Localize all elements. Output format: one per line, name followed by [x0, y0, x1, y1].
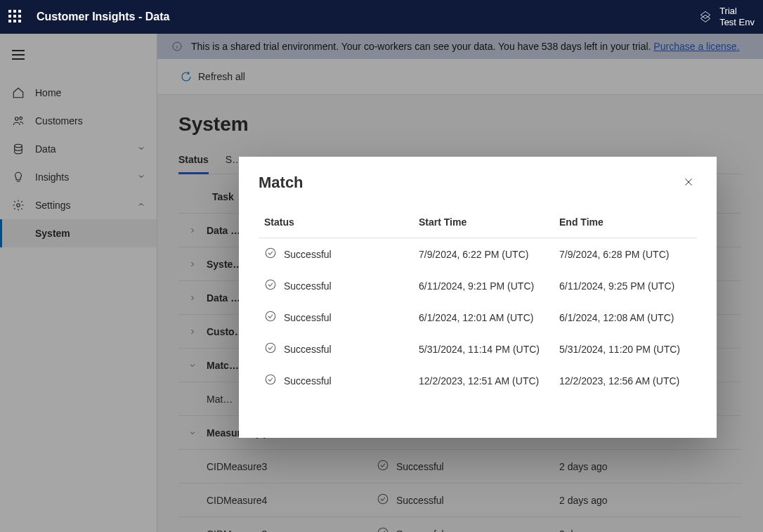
history-end: 12/2/2023, 12:56 AM (UTC) — [559, 375, 700, 387]
history-end: 6/11/2024, 9:25 PM (UTC) — [559, 280, 700, 292]
svg-point-16 — [266, 343, 275, 353]
modal-col-start: Start Time — [419, 216, 559, 228]
history-start: 12/2/2023, 12:51 AM (UTC) — [419, 375, 559, 387]
history-row: Successful7/9/2024, 6:22 PM (UTC)7/9/202… — [259, 238, 697, 270]
history-end: 6/1/2024, 12:08 AM (UTC) — [559, 312, 700, 323]
svg-point-15 — [266, 311, 275, 321]
success-icon — [264, 342, 277, 356]
history-row: Successful5/31/2024, 11:14 PM (UTC)5/31/… — [259, 333, 697, 365]
success-icon — [264, 310, 277, 325]
environment-picker[interactable]: Trial Test Env — [698, 6, 755, 27]
history-status: Successful — [264, 373, 419, 388]
history-start: 6/1/2024, 12:01 AM (UTC) — [419, 312, 559, 323]
history-start: 6/11/2024, 9:21 PM (UTC) — [419, 280, 559, 292]
history-row: Successful12/2/2023, 12:51 AM (UTC)12/2/… — [259, 365, 697, 396]
svg-point-17 — [266, 375, 275, 384]
modal-col-end: End Time — [559, 216, 700, 228]
environment-icon — [698, 9, 712, 25]
modal-grid-header: Status Start Time End Time — [259, 193, 697, 238]
history-status: Successful — [264, 310, 419, 325]
success-icon — [264, 247, 277, 261]
modal-title: Match — [259, 174, 680, 192]
success-icon — [264, 373, 277, 388]
product-title: Customer Insights - Data — [37, 11, 169, 23]
history-start: 7/9/2024, 6:22 PM (UTC) — [419, 249, 559, 260]
history-end: 7/9/2024, 6:28 PM (UTC) — [559, 249, 700, 260]
history-start: 5/31/2024, 11:14 PM (UTC) — [419, 344, 559, 355]
modal-col-status: Status — [264, 216, 419, 228]
history-status: Successful — [264, 247, 419, 261]
svg-point-14 — [266, 280, 275, 290]
history-status: Successful — [264, 278, 419, 293]
top-nav: Customer Insights - Data Trial Test Env — [0, 0, 763, 34]
env-line2: Test Env — [719, 17, 755, 28]
app-launcher-icon[interactable] — [8, 10, 22, 24]
history-row: Successful6/1/2024, 12:01 AM (UTC)6/1/20… — [259, 301, 697, 333]
svg-point-13 — [266, 248, 275, 258]
history-row: Successful6/11/2024, 9:21 PM (UTC)6/11/2… — [259, 270, 697, 301]
env-line1: Trial — [719, 6, 755, 17]
modal-close-button[interactable] — [680, 174, 697, 193]
match-history-modal: Match Status Start Time End Time Success… — [239, 157, 717, 438]
history-end: 5/31/2024, 11:20 PM (UTC) — [559, 344, 700, 355]
history-status: Successful — [264, 342, 419, 356]
success-icon — [264, 278, 277, 293]
close-icon — [683, 176, 694, 188]
